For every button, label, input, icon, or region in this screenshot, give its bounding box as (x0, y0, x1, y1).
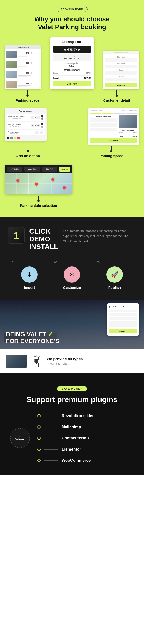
screenshots-row1: Parking Spaces $40.00 $50. (5, 37, 139, 89)
demo-number-image: 1 (8, 227, 25, 244)
plugin-item-woocommerce: WooCommerce (37, 458, 136, 463)
demo-step-customize: 02. ✂ Customize (51, 261, 93, 290)
demo-section: 1 CLICK DEMO INSTALL To automate the pro… (0, 217, 144, 300)
save-money-badge: SAVE MONEY (57, 386, 87, 391)
quick-services-card: Quick Services Request SUBMIT (107, 304, 139, 336)
addon-screenshot: Add on options Add Car Wash Service $10.… (5, 108, 47, 141)
parking-space2-screenshot: Customer Details Parking at the Mansion … (88, 108, 139, 145)
plugin-name-mailchimp: Mailchimp (62, 425, 81, 429)
demo-step-publish: 03. 🚀 Publish (93, 261, 136, 290)
service-thumbnail (6, 354, 27, 368)
valet-hero-text: BEING VALET ✓ FOR EVERYONE'S (6, 331, 59, 344)
screenshots-row2: Add on options Add Car Wash Service $10.… (5, 108, 139, 145)
demo-step-import: 01. ⬇ Import (8, 261, 51, 290)
why-title: Why you should choose Valet Parking book… (5, 15, 139, 31)
valet-hero: BEING VALET ✓ FOR EVERYONE'S Quick Servi… (0, 300, 144, 349)
parking-space-screenshot: Parking Spaces $40.00 $50. (5, 45, 41, 89)
parking-space2-label: Parking space (99, 154, 123, 158)
plugin-item-contactform: Contact form 7 (37, 436, 136, 440)
service-title: We provide all types (47, 357, 138, 362)
demo-description: To automate the process of importing for… (63, 227, 136, 244)
valet-section: BEING VALET ✓ FOR EVERYONE'S Quick Servi… (0, 300, 144, 374)
booking-form-badge: BOOKING FORM (57, 7, 87, 12)
customer-detail-label: Customer detail (103, 98, 130, 102)
demo-steps: 01. ⬇ Import 02. ✂ Customize 03. 🚀 Publi… (8, 261, 136, 290)
date-selection-label: Parking date selection (20, 204, 57, 208)
quick-card-title: Quick Services Request (109, 306, 137, 308)
parking-space-label: Parking space (16, 98, 39, 102)
service-sub: of valet services (47, 362, 138, 366)
why-section: BOOKING FORM Why you should choose Valet… (0, 0, 144, 217)
date-selection-screenshot: From date 23-03-2023 To date 26-03-2023 … (5, 165, 72, 208)
service-row: We provide all types of valet services (0, 349, 144, 374)
valetex-logo: Ⓥ Valetex (8, 428, 32, 448)
demo-title-block: CLICK DEMO INSTALL (29, 227, 58, 250)
plugins-list: Revolution slider Mailchimp Contact form… (37, 414, 136, 463)
customer-detail-screenshot: First Name Last Name Email Phone Continu… (103, 50, 139, 89)
plugin-item-revolution: Revolution slider (37, 414, 136, 418)
booking-detail-title: Booking detail (53, 40, 91, 44)
plugins-title: Support premium plugins (8, 395, 136, 404)
service-text: We provide all types of valet services (47, 357, 138, 366)
plugin-item-elementor: Elementor (37, 447, 136, 452)
plugin-name-revolution: Revolution slider (62, 414, 94, 418)
screenshots-row3: From date 23-03-2023 To date 26-03-2023 … (5, 165, 139, 208)
addon-label: Add on option (16, 154, 40, 158)
plugin-name-woocommerce: WooCommerce (62, 458, 91, 463)
booking-detail-screenshot: Booking detail Entry date 23-03-2023, 6:… (50, 37, 94, 89)
plugin-name-contactform: Contact form 7 (62, 436, 90, 440)
plugin-name-elementor: Elementor (62, 447, 81, 452)
quick-card-btn[interactable]: SUBMIT (109, 329, 137, 333)
plugins-section: SAVE MONEY Support premium plugins Ⓥ Val… (0, 374, 144, 474)
touch-icon (30, 354, 43, 369)
plugin-item-mailchimp: Mailchimp (37, 425, 136, 429)
